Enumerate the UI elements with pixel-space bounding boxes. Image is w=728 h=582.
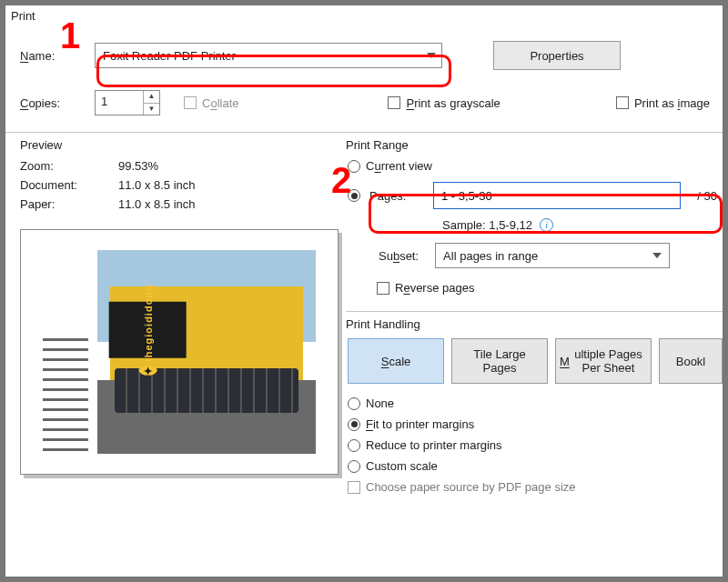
- preview-title: Preview: [20, 138, 339, 152]
- radio-icon: [348, 397, 360, 410]
- checkbox-icon: [184, 96, 197, 109]
- paper-source-checkbox[interactable]: Choose paper source by PDF page size: [348, 480, 723, 494]
- document-label: Document:: [20, 178, 118, 192]
- checkbox-icon: [388, 96, 400, 109]
- checkbox-icon: [616, 96, 629, 109]
- tab-multi[interactable]: Multiple Pages Per SheetMultiple Pages P…: [555, 338, 652, 384]
- print-preview: ✦thegioididong: [20, 229, 339, 475]
- reverse-pages-checkbox[interactable]: Reverse pages Reverse pages: [377, 281, 723, 295]
- print-as-image-checkbox[interactable]: Print as image Print as image: [616, 96, 710, 110]
- tab-booklet[interactable]: Bookl: [659, 338, 723, 384]
- properties-button[interactable]: Properties: [493, 41, 621, 70]
- radio-icon: [348, 418, 360, 431]
- scale-reduce-radio[interactable]: Reduce to printer margins: [348, 438, 723, 452]
- subset-select[interactable]: All pages in range: [435, 243, 670, 268]
- radio-icon: [348, 460, 360, 473]
- total-pages: / 30: [697, 189, 717, 203]
- grayscale-checkbox[interactable]: Print as grayscale Print as grayscale: [388, 96, 500, 110]
- scale-none-radio[interactable]: None: [348, 396, 723, 410]
- paper-value: 11.0 x 8.5 inch: [118, 197, 196, 211]
- zoom-value: 99.53%: [118, 159, 158, 173]
- tab-scale[interactable]: ScaleScale: [348, 338, 444, 384]
- document-value: 11.0 x 8.5 inch: [118, 178, 196, 192]
- zoom-label: Zoom:: [20, 159, 118, 173]
- collate-checkbox: Collate Collate: [184, 96, 238, 110]
- pages-input[interactable]: 1 - 3,5-30: [433, 182, 681, 209]
- checkbox-icon: [377, 282, 389, 295]
- chevron-down-icon: [652, 253, 662, 258]
- checkbox-icon: [348, 481, 360, 494]
- printer-select[interactable]: Foxit Reader PDF Printer: [95, 43, 442, 68]
- paper-label: Paper:: [20, 197, 118, 211]
- chevron-down-icon: [427, 53, 436, 58]
- tab-tile[interactable]: Tile Large Pages: [451, 338, 548, 384]
- scale-custom-radio[interactable]: Custom scale: [348, 459, 723, 473]
- scale-fit-radio[interactable]: Fit to printer margins Fit to printer ma…: [348, 417, 723, 431]
- callout-number-1: 1: [60, 17, 80, 54]
- window-title: Print: [5, 5, 723, 25]
- copies-input[interactable]: 1 ▲ ▼: [95, 90, 160, 115]
- info-icon[interactable]: i: [540, 218, 553, 232]
- printer-select-value: Foxit Reader PDF Printer: [103, 49, 236, 63]
- subset-label: Subset:: [379, 249, 419, 263]
- copies-label: Copies:: [20, 96, 73, 110]
- callout-number-2: 2: [331, 162, 351, 198]
- copies-up-icon[interactable]: ▲: [144, 91, 159, 104]
- current-view-radio[interactable]: Current view Current view: [348, 159, 723, 173]
- print-range-title: Print Range: [346, 138, 723, 152]
- sample-text: Sample: 1,5-9,12: [442, 218, 532, 232]
- copies-down-icon[interactable]: ▼: [144, 104, 159, 115]
- copies-value[interactable]: 1: [96, 91, 143, 115]
- brand-sign: ✦thegioididong: [109, 301, 187, 357]
- print-handling-title: Print Handling: [346, 317, 723, 331]
- radio-icon: [348, 439, 360, 452]
